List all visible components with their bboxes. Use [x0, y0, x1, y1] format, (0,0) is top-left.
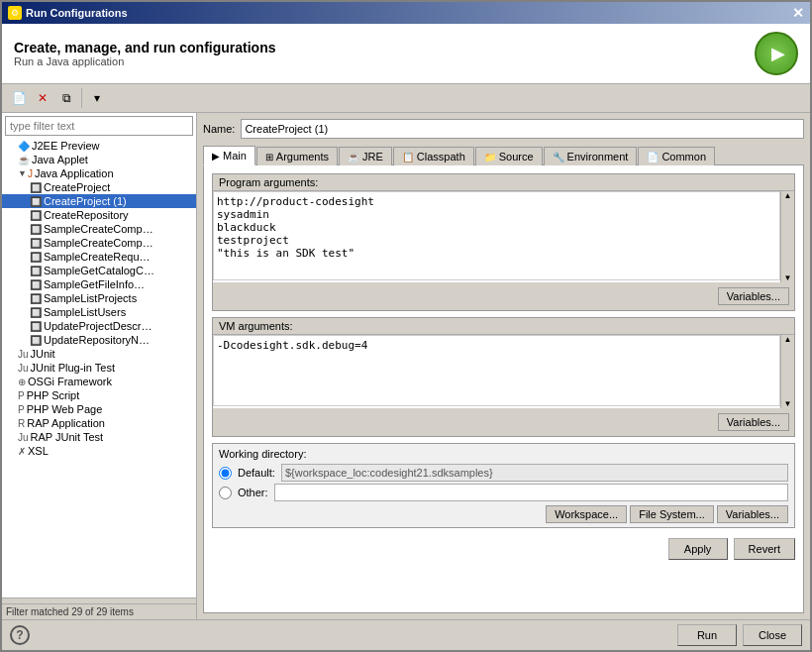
jre-tab-icon: ☕ — [348, 152, 359, 163]
delete-config-button[interactable]: ✕ — [32, 87, 53, 109]
tree-label: J2EE Preview — [32, 140, 99, 152]
config-icon: 🔲 — [30, 293, 42, 304]
other-radio[interactable] — [219, 487, 232, 499]
tree-item-createproject1[interactable]: 🔲 CreateProject (1) — [2, 194, 196, 208]
vm-args-label: VM arguments: — [219, 320, 293, 332]
tab-main[interactable]: ▶ Main — [203, 146, 255, 165]
tab-content-arguments: Program arguments: http://product-codesi… — [203, 165, 804, 613]
other-radio-row: Other: — [219, 484, 788, 501]
tree-item-phpweb[interactable]: P PHP Web Page — [2, 402, 196, 416]
config-icon: 🔲 — [30, 210, 42, 221]
config-icon: 🔲 — [30, 307, 42, 318]
toolbar: 📄 ✕ ⧉ ▾ — [2, 84, 810, 113]
tree-label: RAP Application — [27, 417, 105, 429]
tree-item-junitplugin[interactable]: Ju JUnit Plug-in Test — [2, 361, 196, 375]
default-dir-input[interactable] — [281, 464, 788, 482]
config-icon: 🔲 — [30, 224, 42, 235]
tree-item-samplecreatecomp2[interactable]: 🔲 SampleCreateComp… — [2, 236, 196, 250]
tree-item-javaapplet[interactable]: ☕ Java Applet — [2, 153, 196, 166]
header-area: Create, manage, and run configurations R… — [2, 24, 810, 84]
run-button[interactable]: Run — [677, 624, 737, 646]
tree-item-samplegetcatalog[interactable]: 🔲 SampleGetCatalogC… — [2, 264, 196, 277]
name-label: Name: — [203, 123, 235, 135]
arguments-tab-icon: ⊞ — [265, 152, 273, 163]
new-config-button[interactable]: 📄 — [8, 87, 30, 109]
help-button[interactable]: ? — [10, 625, 30, 645]
tree-item-j2ee[interactable]: 🔷 J2EE Preview — [2, 139, 196, 153]
tree-item-samplegetfileinfo[interactable]: 🔲 SampleGetFileInfo… — [2, 277, 196, 291]
junit-plugin-icon: Ju — [18, 363, 29, 374]
tree-label: PHP Web Page — [27, 403, 103, 415]
prog-scrollup[interactable]: ▲ — [784, 191, 792, 200]
revert-button[interactable]: Revert — [734, 538, 795, 560]
tree-label: UpdateRepositoryN… — [44, 334, 150, 346]
tree-item-updateprojectdescr[interactable]: 🔲 UpdateProjectDescr… — [2, 319, 196, 333]
vm-args-input[interactable]: -Dcodesight.sdk.debug=4 — [213, 335, 780, 406]
window-close-button[interactable]: ✕ — [792, 6, 804, 20]
other-dir-input[interactable] — [274, 484, 788, 501]
tree-label: SampleGetFileInfo… — [44, 278, 145, 290]
working-dir-section: Working directory: Default: Other: Works… — [212, 443, 795, 528]
default-radio[interactable] — [219, 467, 232, 480]
rapjunit-icon: Ju — [18, 432, 29, 443]
program-args-variables-button[interactable]: Variables... — [718, 287, 789, 305]
tree-item-samplelistprojects[interactable]: 🔲 SampleListProjects — [2, 291, 196, 305]
filter-button[interactable]: ▾ — [86, 87, 108, 109]
tree-label: UpdateProjectDescr… — [44, 320, 152, 332]
tree-item-rapapp[interactable]: R RAP Application — [2, 416, 196, 430]
tree-label: CreateRepository — [44, 209, 129, 221]
apply-button[interactable]: Apply — [668, 538, 728, 560]
close-button[interactable]: Close — [743, 624, 802, 646]
run-icon[interactable] — [755, 32, 798, 75]
tab-jre[interactable]: ☕ JRE — [339, 147, 392, 165]
tree-label: XSL — [28, 445, 49, 457]
tab-source[interactable]: 📁 Source — [475, 147, 543, 165]
vm-args-section: VM arguments: -Dcodesight.sdk.debug=4 ▲ … — [212, 317, 795, 437]
filter-input[interactable] — [5, 116, 193, 136]
default-radio-label: Default: — [238, 467, 275, 479]
vm-scrolldown[interactable]: ▼ — [784, 399, 792, 408]
tree-item-xsl[interactable]: ✗ XSL — [2, 444, 196, 458]
tree-item-phpscript[interactable]: P PHP Script — [2, 388, 196, 402]
tab-source-label: Source — [499, 151, 534, 163]
tree-item-javaapp[interactable]: ▼ J Java Application — [2, 166, 196, 180]
vm-scrollup[interactable]: ▲ — [784, 335, 792, 344]
program-args-input[interactable]: http://product-codesight sysadmin blackd… — [213, 191, 780, 280]
tree-item-createrepository[interactable]: 🔲 CreateRepository — [2, 208, 196, 222]
tree-item-junit[interactable]: Ju JUnit — [2, 347, 196, 361]
tree-item-samplecreaterequ[interactable]: 🔲 SampleCreateRequ… — [2, 250, 196, 264]
header-subtitle: Run a Java application — [14, 55, 276, 67]
tree-item-createproject[interactable]: 🔲 CreateProject — [2, 180, 196, 194]
junit-icon: Ju — [18, 349, 29, 360]
tree-item-updaterepositoryn[interactable]: 🔲 UpdateRepositoryN… — [2, 333, 196, 347]
tree-item-rapjunit[interactable]: Ju RAP JUnit Test — [2, 430, 196, 444]
window-footer: ? Run Close — [2, 619, 810, 650]
main-tab-icon: ▶ — [212, 151, 220, 162]
tab-arguments[interactable]: ⊞ Arguments — [256, 147, 338, 165]
other-radio-label: Other: — [238, 487, 268, 498]
tree-label: SampleListUsers — [44, 306, 126, 318]
config-icon: 🔲 — [30, 279, 42, 290]
rap-icon: R — [18, 418, 25, 429]
tree-label: Java Applet — [32, 154, 88, 165]
tree-item-samplecreatecomp1[interactable]: 🔲 SampleCreateComp… — [2, 222, 196, 236]
tree-item-samplelistusers[interactable]: 🔲 SampleListUsers — [2, 305, 196, 319]
tab-common[interactable]: 📄 Common — [638, 147, 715, 165]
tab-main-label: Main — [223, 150, 247, 162]
tab-environment-label: Environment — [567, 151, 629, 163]
tree-label: SampleGetCatalogC… — [44, 265, 154, 276]
workspace-button[interactable]: Workspace... — [546, 505, 627, 523]
duplicate-config-button[interactable]: ⧉ — [55, 87, 77, 109]
filesystem-button[interactable]: File System... — [630, 505, 714, 523]
tab-environment[interactable]: 🔧 Environment — [544, 147, 638, 165]
prog-scrolldown[interactable]: ▼ — [784, 273, 792, 282]
tree-label: Java Application — [35, 167, 114, 179]
tab-classpath[interactable]: 📋 Classpath — [393, 147, 474, 165]
vm-args-variables-button[interactable]: Variables... — [718, 413, 789, 431]
classpath-tab-icon: 📋 — [402, 152, 414, 163]
config-icon: 🔲 — [30, 335, 42, 346]
java-applet-icon: ☕ — [18, 155, 30, 165]
name-input[interactable] — [241, 119, 804, 139]
working-dir-variables-button[interactable]: Variables... — [717, 505, 788, 523]
tree-item-osgi[interactable]: ⊕ OSGi Framework — [2, 375, 196, 388]
